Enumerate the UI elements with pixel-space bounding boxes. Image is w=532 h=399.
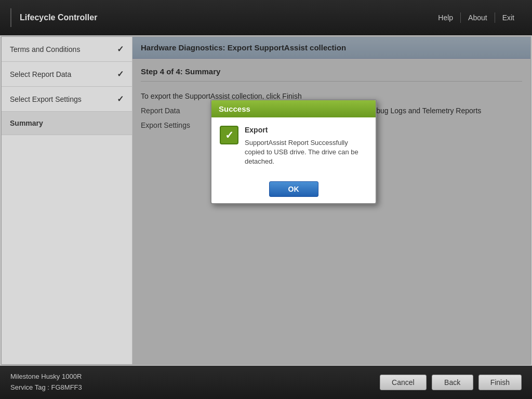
finish-button[interactable]: Finish	[478, 375, 522, 390]
cancel-button[interactable]: Cancel	[380, 375, 427, 390]
sidebar-item-export-settings: Select Export Settings ✓	[2, 87, 132, 112]
modal-success-icon: ✓	[220, 126, 238, 144]
modal-dialog: Success ✓ Export SupportAssist Report Su…	[210, 99, 377, 204]
checkmark-icon: ✓	[225, 129, 234, 141]
service-tag: Service Tag : FG8MFF3	[10, 382, 82, 393]
modal-footer: OK	[211, 175, 376, 203]
sidebar-label-export-settings: Select Export Settings	[10, 95, 82, 103]
checkmark-report-data: ✓	[117, 69, 124, 79]
about-nav-item[interactable]: About	[461, 14, 495, 22]
footer-buttons: Cancel Back Finish	[380, 375, 522, 390]
footer-info: Milestone Husky 1000R Service Tag : FG8M…	[10, 371, 82, 393]
checkmark-terms: ✓	[117, 44, 124, 54]
app-title: Lifecycle Controller	[20, 13, 97, 22]
sidebar: Terms and Conditions ✓ Select Report Dat…	[2, 37, 132, 364]
app-header: Lifecycle Controller Help About Exit	[0, 0, 532, 35]
sidebar-label-report-data: Select Report Data	[10, 70, 71, 78]
back-button[interactable]: Back	[432, 375, 473, 390]
sidebar-label-terms: Terms and Conditions	[10, 45, 80, 54]
sidebar-item-terms: Terms and Conditions ✓	[2, 37, 132, 62]
modal-export-message: SupportAssist Report Successfully copied…	[245, 138, 367, 167]
sidebar-label-summary: Summary	[10, 119, 43, 127]
content-area: Hardware Diagnostics: Export SupportAssi…	[132, 37, 530, 364]
modal-overlay: Success ✓ Export SupportAssist Report Su…	[132, 37, 530, 364]
app-footer: Milestone Husky 1000R Service Tag : FG8M…	[0, 366, 532, 399]
ok-button[interactable]: OK	[269, 181, 318, 197]
sidebar-item-report-data: Select Report Data ✓	[2, 62, 132, 87]
header-left: Lifecycle Controller	[10, 8, 97, 27]
device-name: Milestone Husky 1000R	[10, 371, 82, 382]
checkmark-export-settings: ✓	[117, 94, 124, 104]
modal-body: ✓ Export SupportAssist Report Successful…	[211, 117, 376, 175]
exit-nav-item[interactable]: Exit	[495, 14, 522, 22]
header-separator	[10, 8, 11, 27]
help-nav-item[interactable]: Help	[431, 14, 460, 22]
header-nav: Help About Exit	[431, 12, 522, 23]
sidebar-item-summary: Summary	[2, 112, 132, 135]
modal-header: Success	[211, 100, 376, 117]
main-content: Terms and Conditions ✓ Select Report Dat…	[1, 36, 531, 365]
modal-export-title: Export	[245, 126, 367, 134]
modal-text-area: Export SupportAssist Report Successfully…	[245, 126, 367, 167]
